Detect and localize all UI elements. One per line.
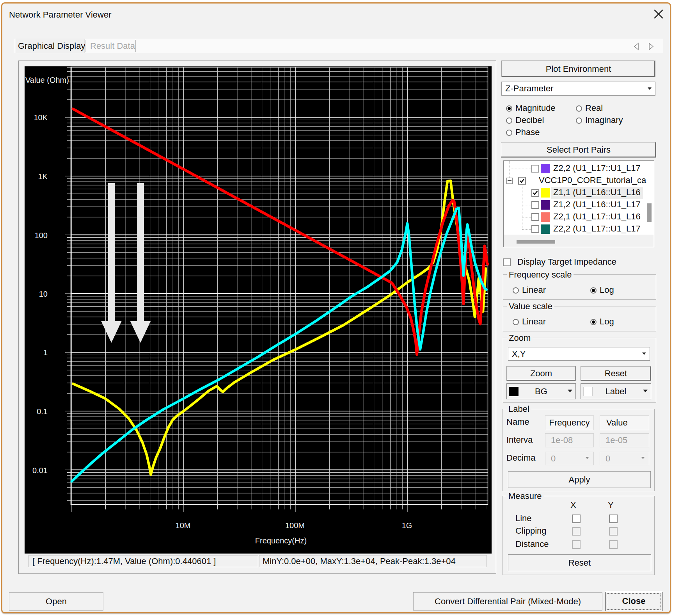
svg-text:Value (Ohm): Value (Ohm) [25,76,69,84]
svg-text:0.1: 0.1 [37,407,48,416]
svg-text:100: 100 [35,231,48,240]
svg-text:1: 1 [43,348,48,357]
svg-text:Frequency(Hz): Frequency(Hz) [255,536,307,545]
svg-text:10: 10 [39,290,48,298]
svg-text:1G: 1G [402,521,412,530]
svg-text:0.01: 0.01 [32,466,48,475]
svg-text:10M: 10M [176,521,191,530]
svg-text:1K: 1K [38,172,48,181]
svg-text:10K: 10K [34,113,48,122]
svg-text:100M: 100M [285,521,305,530]
